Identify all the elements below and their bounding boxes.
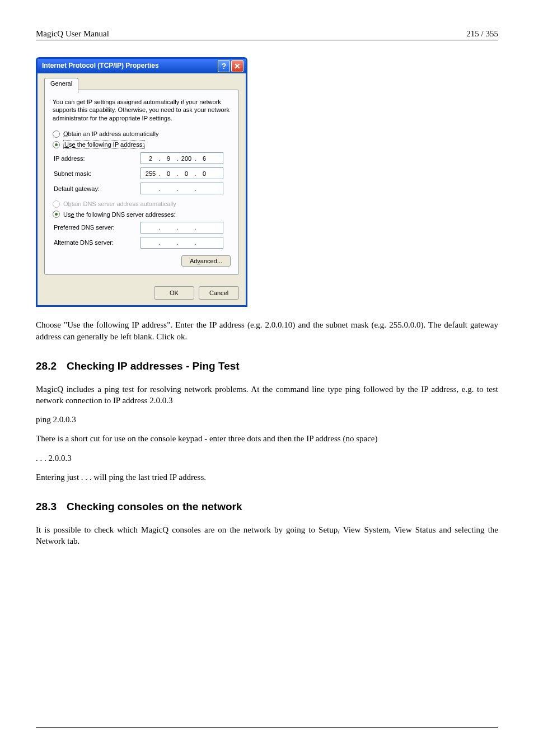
label-gateway: Default gateway: [54, 185, 140, 193]
dialog-titlebar: Internet Protocol (TCP/IP) Properties ? … [38, 59, 246, 73]
page-header: MagicQ User Manual 215 / 355 [36, 29, 498, 40]
section-28-3-p1: It is possible to check which MagicQ con… [36, 524, 498, 547]
section-28-3-heading: 28.3Checking consoles on the network [36, 500, 498, 514]
subnet-mask-field[interactable]: 255. 0. 0. 0 [140, 167, 223, 179]
section-28-2-p3: There is a short cut for use on the cons… [36, 433, 498, 444]
section-28-2-p1: MagicQ includes a ping test for resolvin… [36, 384, 498, 407]
page-number: 215 / 355 [466, 29, 498, 39]
general-panel: You can get IP settings assigned automat… [44, 90, 239, 275]
doc-title: MagicQ User Manual [36, 29, 109, 39]
label-subnet: Subnet mask: [54, 170, 140, 178]
tcpip-properties-dialog: Internet Protocol (TCP/IP) Properties ? … [36, 57, 498, 307]
help-icon[interactable]: ? [218, 60, 230, 72]
label-alternate-dns: Alternate DNS server: [54, 239, 140, 246]
paragraph-choose-ip: Choose "Use the following IP address". E… [36, 319, 498, 342]
radio-use-ip[interactable]: Use the following IP address: Use the fo… [53, 140, 231, 149]
preferred-dns-field[interactable]: . . . [140, 222, 223, 234]
section-28-2-p5: Entering just . . . will ping the last t… [36, 472, 498, 483]
ip-address-field[interactable]: 2. 9. 200. 6 [140, 152, 223, 164]
panel-description: You can get IP settings assigned automat… [53, 98, 231, 122]
tab-general[interactable]: General [44, 78, 78, 93]
cancel-button[interactable]: Cancel [199, 286, 239, 300]
label-preferred-dns: Preferred DNS server: [54, 223, 140, 231]
alternate-dns-field[interactable]: . . . [140, 237, 223, 249]
section-28-2-p2: ping 2.0.0.3 [36, 414, 498, 425]
radio-use-dns[interactable]: Use the following DNS server addresses: … [53, 211, 231, 218]
section-28-2-p4: . . . 2.0.0.3 [36, 452, 498, 464]
ok-button[interactable]: OK [154, 286, 194, 300]
radio-obtain-ip[interactable]: OObtain an IP address automaticallybtain… [53, 130, 231, 138]
advanced-button[interactable]: Advanced...Advanced... [181, 255, 231, 267]
page-footer-rule [36, 727, 498, 728]
dialog-title: Internet Protocol (TCP/IP) Properties [42, 62, 159, 71]
label-ip: IP address: [54, 155, 140, 162]
close-icon[interactable]: ✕ [231, 60, 243, 72]
section-28-2-heading: 28.2Checking IP addresses - Ping Test [36, 359, 498, 374]
radio-obtain-dns: Obtain DNS server address automatically … [53, 200, 231, 208]
default-gateway-field[interactable]: . . . [140, 183, 223, 194]
